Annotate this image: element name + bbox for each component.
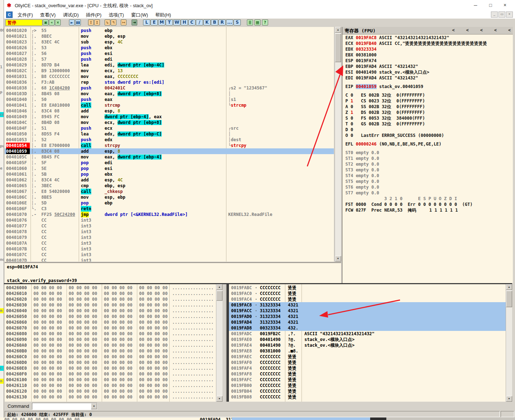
stack-row[interactable]: 0019FB08CCCCCCCC烫烫 <box>229 394 506 400</box>
stack-row[interactable]: 0019FAD0·313233344321 <box>229 314 506 319</box>
disasm-row[interactable]: 00401053│.52pushedx│dest <box>5 137 334 143</box>
register-row[interactable]: O 0 LastErr ERROR_SUCCESS (00000000) <box>345 133 444 138</box>
execute-till-return-button[interactable]: ↦ <box>121 19 127 26</box>
dump-row[interactable]: 0042611000 00 00 0000 00 00 0000 00 00 0… <box>5 383 216 388</box>
disasm-row[interactable]: 00401049│.8945 FCmovdword ptr [ebp-4], e… <box>5 114 334 120</box>
dump-row[interactable]: 004260D000 00 00 0000 00 00 0000 00 00 0… <box>5 360 216 365</box>
dump-row[interactable]: 004260C000 00 00 0000 00 00 0000 00 00 0… <box>5 354 216 360</box>
disassembly-scrollbar[interactable]: ▲▼ <box>335 27 341 262</box>
register-row[interactable]: EFL 00000246 (NO,NB,E,BE,NS,PE,GE,LE) <box>345 141 441 147</box>
register-row[interactable]: S 0 FS 0053 32位 384000(FFF) <box>345 115 425 121</box>
stack-row[interactable]: 0019FABC·CCCCCCCC烫烫 <box>229 285 506 291</box>
register-row[interactable]: ST3 empty 0.0 <box>345 167 379 173</box>
disasm-row[interactable]: 00401028│.57pushedi <box>5 56 334 62</box>
collapse-arrow-icon[interactable]: < <box>480 28 483 33</box>
register-row[interactable]: ST5 empty 0.0 <box>345 179 379 184</box>
step-into-button[interactable]: ↧ <box>88 19 94 26</box>
register-row[interactable]: EDI 0019FAD4 ASCII "4321432" <box>345 75 418 81</box>
menu-file[interactable]: 文件(F) <box>14 11 37 18</box>
menu-window[interactable]: 窗口(W) <box>128 11 152 18</box>
menu-help[interactable]: 帮助(H) <box>152 11 175 18</box>
stack-row[interactable]: 0019FAE800381000.■8. <box>229 348 506 354</box>
stack-scrollbar[interactable]: ▲▼ <box>506 284 512 402</box>
collapse-arrow-icon[interactable]: < <box>494 28 497 33</box>
disasm-row[interactable]: 00401036│.F3:ABrepstos dword ptr es:[edi… <box>5 79 334 85</box>
trace-into-button[interactable]: ↳ <box>105 19 110 26</box>
dump-row[interactable]: 004260B000 00 00 0000 00 00 0000 00 00 0… <box>5 348 216 354</box>
scroll-up-icon[interactable]: ▲ <box>506 284 512 290</box>
disasm-row[interactable]: 00401023│.83EC 4Csubesp, 4C <box>5 39 334 45</box>
stack-row[interactable]: 0019FAC0·CCCCCCCC烫烫 <box>229 291 506 296</box>
menu-view[interactable]: 查看(V) <box>37 11 59 18</box>
stack-row[interactable]: 0019FAFCCCCCCCCC烫烫 <box>229 377 506 383</box>
scroll-thumb[interactable] <box>216 291 222 301</box>
register-row[interactable]: ST1 empty 0.0 <box>345 156 379 161</box>
stack-row[interactable]: 0019FAECCCCCCCCC烫烫 <box>229 354 506 360</box>
register-row[interactable]: A 0 SS 002B 32位 0(FFFFFFFF) <box>345 104 425 110</box>
disasm-row[interactable]: 00401040│.50pusheax│s1 <box>5 97 334 102</box>
dump-scrollbar[interactable]: ▲▼ <box>216 284 222 402</box>
stack-row[interactable]: 0019FB04CCCCCCCC烫烫 <box>229 388 506 394</box>
toolbar-windows-button[interactable]: W <box>173 19 180 26</box>
command-dropdown-button[interactable]: ▼ <box>91 403 97 409</box>
stack-row[interactable]: 0019FAE000401490?@.stack_ov.<模块入口点> <box>229 337 506 342</box>
register-row[interactable]: P 1 CS 0023 32位 0(FFFFFFFF) <box>345 98 425 104</box>
disasm-row[interactable]: 00401061│.5Bpopebx <box>5 171 334 177</box>
scroll-down-icon[interactable]: ▼ <box>506 396 512 402</box>
trace-over-button[interactable]: ↰ <box>111 19 116 26</box>
register-row[interactable]: EBX 00381000 <box>345 52 377 58</box>
disasm-row[interactable]: 00401054│.E8 E7000000callstrcpy└strcpy <box>5 143 334 148</box>
scroll-up-icon[interactable]: ▲ <box>335 27 341 33</box>
stack-row[interactable]: 0019FAC8·313233344321 <box>229 302 506 308</box>
stack-row[interactable]: 0019FAD4313233344321 <box>229 319 506 325</box>
disasm-row[interactable]: 0040107CCCint3 <box>5 252 334 258</box>
disasm-row[interactable]: 00401079CCint3 <box>5 235 334 240</box>
dump-row[interactable]: 0042607000 00 00 0000 00 00 0000 00 00 0… <box>5 325 216 331</box>
dump-row[interactable]: 004260A000 00 00 0000 00 00 0000 00 00 0… <box>5 342 216 348</box>
register-row[interactable]: ESI 00401490 stack_ov.<模块入口点> <box>345 69 429 75</box>
dump-row[interactable]: 0042608000 00 00 0000 00 00 0000 00 00 0… <box>5 331 216 337</box>
disasm-row[interactable]: 0040106E│.5Dpopebp <box>5 200 334 206</box>
disasm-row[interactable]: 0040104C│.8B4D 08movecx, dword ptr [ebp+… <box>5 120 334 125</box>
register-row[interactable]: FCW 027F Prec NEAR,53 掩码 1 1 1 1 1 1 <box>345 207 458 213</box>
help-button[interactable]: ? <box>262 19 268 26</box>
memory-layout-button[interactable]: ▦ <box>254 19 261 26</box>
collapse-arrow-icon[interactable]: < <box>452 28 455 33</box>
minimize-button[interactable]: ─ <box>469 0 482 10</box>
stack-row[interactable]: 0019FAE400401490?@.stack_ov.<模块入口点> <box>229 342 506 348</box>
register-row[interactable]: ST6 empty 0.0 <box>345 184 379 190</box>
register-row[interactable]: Z 1 DS 002B 32位 0(FFFFFFFF) <box>345 110 425 115</box>
dump-row[interactable]: 0042600000 00 00 0000 00 00 0000 00 00 0… <box>5 285 216 291</box>
menu-plugins[interactable]: 插件(P) <box>82 11 105 18</box>
toolbar-cpu-button[interactable]: C <box>188 19 196 26</box>
memory-dump-pane[interactable]: 0042600000 00 00 0000 00 00 0000 00 00 0… <box>5 284 216 402</box>
toolbar-references-button[interactable]: R <box>219 19 226 26</box>
dump-row[interactable]: 0042603000 00 00 0000 00 00 0000 00 00 0… <box>5 302 216 308</box>
collapse-arrow-icon[interactable]: < <box>508 28 511 33</box>
mdi-minimize-button[interactable]: _ <box>491 11 498 18</box>
stack-row[interactable]: 0019FACC·313233344321 <box>229 308 506 314</box>
dump-row[interactable]: 0042605000 00 00 0000 00 00 0000 00 00 0… <box>5 314 216 319</box>
toolbar-patches-button[interactable]: / <box>196 19 203 26</box>
register-row[interactable]: C 0 ES 002B 32位 0(FFFFFFFF) <box>345 92 425 98</box>
dump-row[interactable]: 0042609000 00 00 0000 00 00 0000 00 00 0… <box>5 337 216 342</box>
disasm-row[interactable]: 0040105C│.8B45 FCmoveax, dword ptr [ebp-… <box>5 154 334 160</box>
disasm-row[interactable]: 00401031│.B8 CCCCCCCCmoveax, CCCCCCCC <box>5 74 334 79</box>
disasm-row[interactable]: 00401038│.68 1C404200push0042401C┌s2 = "… <box>5 85 334 91</box>
toolbar-breakpoints-button[interactable]: B <box>211 19 218 26</box>
register-row[interactable]: ESP 0019FA74 <box>345 58 377 64</box>
toolbar-call-stack-button[interactable]: K <box>203 19 211 26</box>
maximize-button[interactable]: □ <box>484 0 497 10</box>
register-row[interactable]: EDX 00323334 <box>345 46 377 52</box>
go-to-button[interactable]: ⇥ <box>132 19 137 26</box>
scroll-thumb[interactable] <box>335 33 341 62</box>
registers-pane[interactable]: 寄存器 (FPU) <<<<< EAX 0019FAC8 ASCII "4321… <box>342 27 513 283</box>
dump-row[interactable]: 0042601000 00 00 0000 00 00 0000 00 00 0… <box>5 291 216 296</box>
run-button[interactable]: ► <box>69 19 75 26</box>
collapse-arrow-icon[interactable]: < <box>466 28 469 33</box>
open-file-button[interactable]: ▣ <box>43 19 49 26</box>
pause-program-button[interactable]: ▮▮ <box>75 19 81 26</box>
toolbar-handles-button[interactable]: H <box>181 19 188 26</box>
dump-row[interactable]: 0042612000 00 00 0000 00 00 0000 00 00 0… <box>5 388 216 394</box>
disasm-row[interactable]: 00401065│.3BECcmpebp, esp <box>5 183 334 189</box>
